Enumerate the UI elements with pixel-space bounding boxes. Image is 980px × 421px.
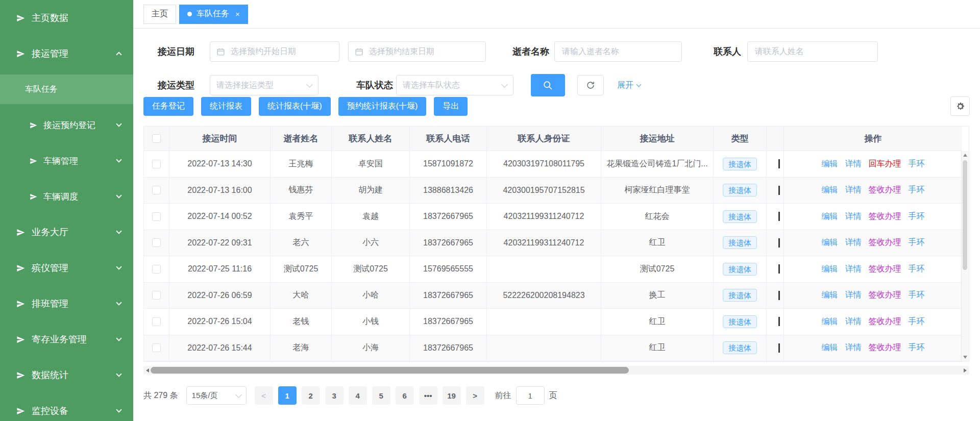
row-checkbox[interactable] (152, 317, 161, 326)
scroll-down-button[interactable] (962, 353, 969, 361)
date-end-input[interactable] (348, 41, 486, 62)
horizontal-scrollbar-thumb[interactable] (151, 367, 629, 374)
op-link[interactable]: 手环 (909, 159, 925, 169)
action-button[interactable]: 统计报表 (201, 97, 251, 116)
sidebar-item[interactable]: 业务大厅 (0, 214, 133, 250)
deceased-name-field[interactable] (561, 46, 675, 57)
row-checkbox[interactable] (152, 160, 161, 168)
scroll-left-button[interactable] (144, 366, 151, 375)
sidebar-item[interactable]: 数据统计 (0, 357, 133, 393)
op-link[interactable]: 签收办理 (869, 290, 901, 301)
goto-page-input[interactable] (516, 386, 545, 405)
page-button[interactable]: 5 (372, 386, 390, 405)
triangle-up-icon (963, 154, 967, 157)
page-button[interactable]: 6 (396, 386, 414, 405)
op-link[interactable]: 详情 (845, 211, 862, 222)
clipped-text-sliver (778, 212, 780, 221)
more-pages-button[interactable]: ••• (419, 386, 437, 405)
op-link[interactable]: 手环 (909, 316, 925, 327)
page-button[interactable]: 2 (302, 386, 320, 405)
row-checkbox[interactable] (152, 343, 161, 352)
sidebar-item[interactable]: 监控设备 (0, 393, 133, 421)
op-link[interactable]: 编辑 (822, 264, 838, 275)
sidebar-item[interactable]: 车辆调度 (0, 179, 133, 214)
sidebar-item[interactable]: 排班管理 (0, 286, 133, 321)
op-link[interactable]: 手环 (909, 185, 925, 195)
date-end-field[interactable] (368, 46, 479, 57)
row-checkbox[interactable] (152, 238, 161, 247)
op-link[interactable]: 手环 (909, 264, 925, 275)
search-button[interactable] (531, 74, 565, 96)
contact-name-field[interactable] (754, 46, 871, 57)
sidebar-item[interactable]: 车队任务 (0, 75, 133, 104)
row-checkbox[interactable] (152, 212, 161, 221)
op-link[interactable]: 详情 (845, 237, 862, 248)
op-link[interactable]: 编辑 (822, 290, 838, 301)
next-page-button[interactable]: > (466, 386, 484, 405)
op-link[interactable]: 详情 (845, 290, 862, 301)
refresh-button[interactable] (577, 75, 604, 95)
op-link[interactable]: 详情 (845, 316, 862, 327)
sidebar-item[interactable]: 接运预约登记 (0, 107, 133, 143)
deceased-name-input[interactable] (554, 41, 682, 62)
fleet-status-select[interactable]: 请选择车队状态 (396, 75, 513, 95)
sidebar-item[interactable]: 接运管理 (0, 36, 133, 71)
op-link[interactable]: 详情 (845, 159, 862, 169)
op-link[interactable]: 签收办理 (869, 211, 901, 222)
tab-active[interactable]: 车队任务× (179, 5, 248, 24)
date-start-field[interactable] (230, 46, 333, 57)
op-link[interactable]: 详情 (845, 264, 862, 275)
op-link[interactable]: 手环 (909, 342, 925, 353)
op-link[interactable]: 编辑 (822, 237, 838, 248)
scroll-right-button[interactable] (962, 366, 968, 375)
action-button[interactable]: 统计报表(十堰) (259, 97, 331, 116)
page-button[interactable]: 1 (278, 386, 297, 405)
pickup-type-select[interactable]: 请选择接运类型 (210, 75, 318, 95)
prev-page-button[interactable]: < (255, 386, 273, 405)
row-checkbox[interactable] (152, 291, 161, 300)
op-link[interactable]: 手环 (909, 211, 925, 222)
contact-name-input[interactable] (747, 41, 878, 62)
action-button[interactable]: 任务登记 (143, 97, 193, 116)
row-checkbox[interactable] (152, 186, 161, 194)
action-button[interactable]: 导出 (434, 97, 468, 116)
op-link[interactable]: 签收办理 (869, 185, 901, 195)
op-link[interactable]: 编辑 (822, 342, 838, 353)
page-button[interactable]: 4 (349, 386, 367, 405)
column-settings-button[interactable] (950, 96, 970, 116)
expand-toggle[interactable]: 展开 (617, 80, 641, 91)
op-link[interactable]: 签收办理 (869, 264, 901, 275)
page-size-select[interactable]: 15条/页 (186, 386, 247, 405)
select-all-checkbox[interactable] (152, 134, 161, 143)
scroll-up-button[interactable] (962, 151, 969, 159)
action-button[interactable]: 预约统计报表(十堰) (338, 97, 427, 116)
op-link[interactable]: 详情 (845, 185, 862, 195)
op-link[interactable]: 签收办理 (869, 316, 901, 327)
sidebar-item[interactable]: 车辆管理 (0, 143, 133, 179)
op-link[interactable]: 签收办理 (869, 237, 901, 248)
page-button[interactable]: 19 (443, 386, 461, 405)
cell-operations: 编辑详情签收办理手环 (784, 309, 962, 335)
op-link[interactable]: 签收办理 (869, 342, 901, 353)
op-link[interactable]: 手环 (909, 290, 925, 301)
op-link[interactable]: 编辑 (822, 159, 838, 169)
close-icon[interactable]: × (235, 10, 240, 18)
date-start-input[interactable] (210, 41, 339, 62)
row-checkbox[interactable] (152, 265, 161, 274)
op-link[interactable]: 编辑 (822, 316, 838, 327)
sidebar-item[interactable]: 殡仪管理 (0, 250, 133, 286)
clipped-text-sliver (778, 186, 780, 195)
vertical-scrollbar[interactable] (961, 151, 969, 361)
op-link[interactable]: 手环 (909, 237, 925, 248)
op-link[interactable]: 编辑 (822, 211, 838, 222)
sidebar-item[interactable]: 寄存业务管理 (0, 321, 133, 357)
op-link[interactable]: 回车办理 (869, 159, 901, 169)
page-button[interactable]: 3 (325, 386, 344, 405)
cell-address: 柯家垭红白理事堂 (601, 178, 714, 204)
sidebar-item[interactable]: 主页数据 (0, 0, 133, 36)
vertical-scrollbar-thumb[interactable] (963, 160, 967, 270)
tab-item[interactable]: 主页 (143, 5, 176, 24)
op-link[interactable]: 详情 (845, 342, 862, 353)
horizontal-scrollbar[interactable] (143, 366, 969, 375)
op-link[interactable]: 编辑 (822, 185, 838, 195)
